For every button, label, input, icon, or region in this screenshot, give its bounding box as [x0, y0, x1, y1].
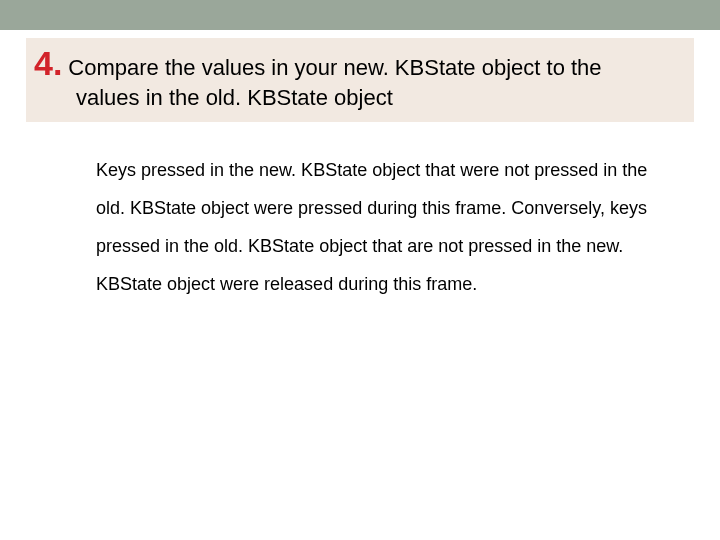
step-number: 4. [34, 46, 62, 80]
body-paragraph: Keys pressed in the new. KBState object … [96, 152, 660, 303]
step-heading-text-2: values in the old. KBState object [76, 83, 684, 113]
step-heading-box: 4. Compare the values in your new. KBSta… [26, 38, 694, 122]
step-heading-text-1: Compare the values in your new. KBState … [68, 53, 601, 83]
top-bar [0, 0, 720, 30]
step-heading-line1: 4. Compare the values in your new. KBSta… [34, 46, 684, 83]
